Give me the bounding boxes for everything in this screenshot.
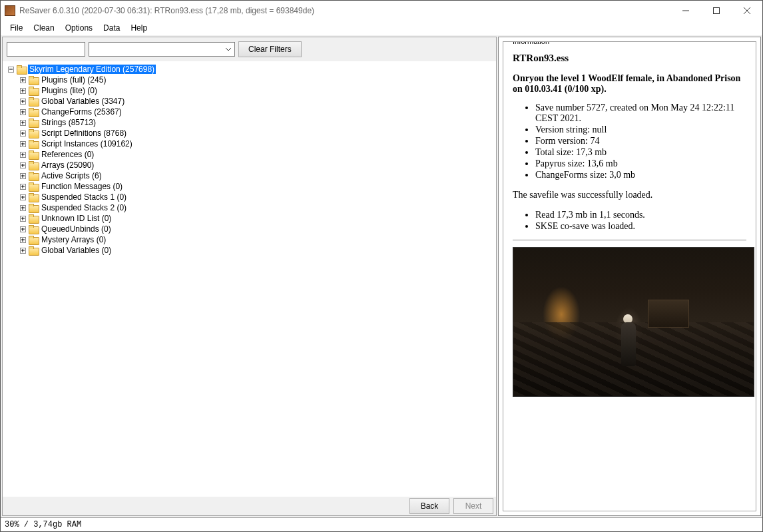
tree-item[interactable]: Mystery Arrays (0) [19,234,492,245]
tree-item[interactable]: References (0) [19,149,492,160]
info-divider [513,240,746,240]
menu-help[interactable]: Help [125,22,152,34]
info-filename: RTRon93.ess [513,53,746,64]
folder-icon [29,193,38,201]
expander-icon[interactable] [19,172,27,180]
expander-icon[interactable] [19,87,27,95]
folder-icon [29,246,38,254]
maximize-button[interactable] [701,1,732,21]
tree-item[interactable]: Script Instances (109162) [19,138,492,149]
svg-rect-1 [714,8,720,14]
tree-item[interactable]: Global Variables (0) [19,245,492,256]
app-icon [5,5,15,16]
tree-item[interactable]: Strings (85713) [19,117,492,128]
expander-icon[interactable] [19,76,27,84]
right-pane: Information RTRon93.ess Onryou the level… [498,37,761,516]
folder-icon [29,108,38,116]
folder-icon [29,172,38,180]
tree-item-label: QueuedUnbinds (0) [40,224,113,234]
folder-icon [29,129,38,137]
folder-icon [29,214,38,222]
window-title: ReSaver 6.0.310 (2020-07-30 06:31): RTRo… [19,6,670,15]
expander-icon[interactable] [19,214,27,222]
tree-item[interactable]: Function Messages (0) [19,181,492,192]
expander-icon[interactable] [7,65,15,73]
menu-data[interactable]: Data [98,22,125,34]
filter-combo[interactable] [89,42,235,57]
tree-item-label: Mystery Arrays (0) [40,235,107,244]
tree-item-label: Suspended Stacks 2 (0) [40,203,128,212]
tree-item[interactable]: Unknown ID List (0) [19,213,492,224]
expander-icon[interactable] [19,161,27,169]
minimize-button[interactable] [670,1,701,21]
tree-item[interactable]: Plugins (full) (245) [19,75,492,85]
tree-item-label: Strings (85713) [40,118,97,127]
folder-icon [29,140,38,148]
tree-item-label: Plugins (full) (245) [40,75,107,85]
titlebar: ReSaver 6.0.310 (2020-07-30 06:31): RTRo… [1,1,762,21]
info-list-item: SKSE co-save was loaded. [535,221,746,232]
tree-item-label: Plugins (lite) (0) [40,86,99,95]
info-list-item: Read 17,3 mb in 1,1 seconds. [535,210,746,220]
menu-file[interactable]: File [5,22,28,34]
folder-icon [29,182,38,190]
tree-item[interactable]: Active Scripts (6) [19,170,492,181]
close-button[interactable] [732,1,762,21]
expander-icon[interactable] [19,246,27,254]
expander-icon[interactable] [19,119,27,127]
expander-icon[interactable] [19,150,27,158]
info-list-2: Read 17,3 mb in 1,1 seconds.SKSE co-save… [513,210,746,232]
filter-bar: Clear Filters [3,37,496,61]
tree-item-label: Function Messages (0) [40,182,124,191]
folder-icon [29,236,38,244]
status-text: 30% / 3,74gb RAM [5,520,81,529]
statusbar: 30% / 3,74gb RAM [1,517,762,531]
tree-item[interactable]: Suspended Stacks 2 (0) [19,202,492,213]
clear-filters-button[interactable]: Clear Filters [238,41,302,57]
menu-clean[interactable]: Clean [28,22,59,34]
info-list-item: Papyrus size: 13,6 mb [535,158,746,169]
tree-item[interactable]: Arrays (25090) [19,160,492,170]
expander-icon[interactable] [19,97,27,105]
tree-item-label: Global Variables (0) [40,246,113,255]
tree-item-label: Script Instances (109162) [40,139,134,148]
expander-icon[interactable] [19,108,27,116]
tree-item[interactable]: Global Variables (3347) [19,96,492,107]
tree-root[interactable]: Skyrim Legendary Edition (257698) [7,64,492,75]
folder-icon [29,204,38,212]
folder-icon [29,161,38,169]
menubar: File Clean Options Data Help [1,21,762,35]
expander-icon[interactable] [19,182,27,190]
expander-icon[interactable] [19,129,27,137]
expander-icon[interactable] [19,204,27,212]
tree-view[interactable]: Skyrim Legendary Edition (257698)Plugins… [3,61,496,497]
filter-text-input[interactable] [7,42,85,57]
info-content: RTRon93.ess Onryou the level 1 WoodElf f… [503,42,756,403]
menu-options[interactable]: Options [60,22,98,34]
expander-icon[interactable] [19,140,27,148]
main-area: Clear Filters Skyrim Legendary Edition (… [1,35,762,517]
tree-item-label: Unknown ID List (0) [40,214,113,223]
info-list-item: Total size: 17,3 mb [535,147,746,158]
expander-icon[interactable] [19,225,27,233]
info-list-item: Version string: null [535,125,746,135]
tree-item[interactable]: Plugins (lite) (0) [19,85,492,96]
tree-item[interactable]: QueuedUnbinds (0) [19,224,492,234]
tree-item-label: Skyrim Legendary Edition (257698) [28,65,156,74]
tree-item[interactable]: Suspended Stacks 1 (0) [19,192,492,202]
next-button[interactable]: Next [453,498,493,514]
tree-item-label: ChangeForms (25367) [40,107,123,117]
expander-icon[interactable] [19,193,27,201]
tree-item-label: References (0) [40,150,95,159]
info-list-1: Save number 5727, created on Mon May 24 … [513,103,746,180]
tree-item-label: Suspended Stacks 1 (0) [40,192,128,202]
app-window: ReSaver 6.0.310 (2020-07-30 06:31): RTRo… [0,0,763,532]
tree-item[interactable]: ChangeForms (25367) [19,107,492,117]
back-button[interactable]: Back [409,498,449,514]
tree-item[interactable]: Script Definitions (8768) [19,128,492,138]
tree-item-label: Global Variables (3347) [40,97,126,106]
expander-icon[interactable] [19,236,27,244]
tree-item-label: Arrays (25090) [40,160,95,170]
info-list-item: Form version: 74 [535,136,746,146]
folder-icon [29,76,38,84]
